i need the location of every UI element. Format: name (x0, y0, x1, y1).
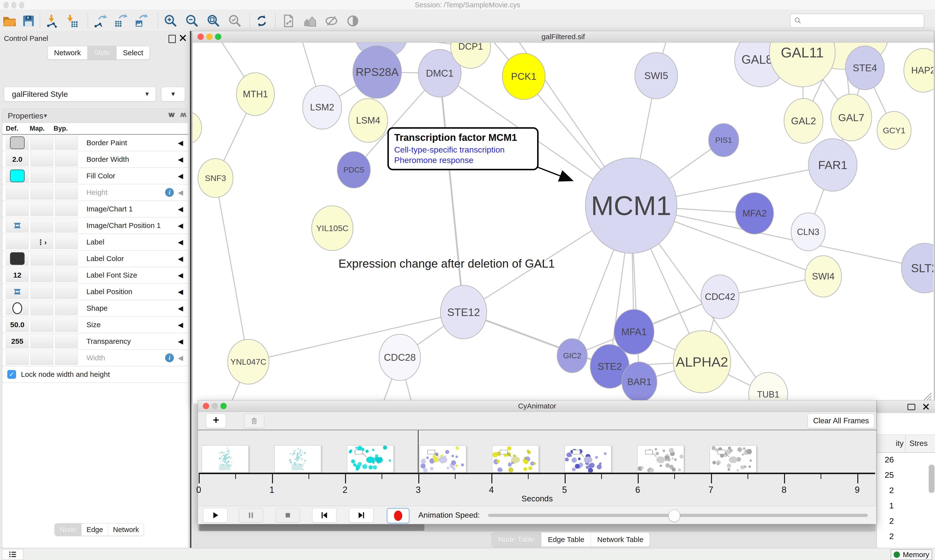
caption-text[interactable]: Expression change after deletion of GAL1 (338, 257, 555, 270)
property-row-label-position[interactable]: Label Position◀ (2, 284, 188, 300)
animation-speed-slider[interactable] (488, 514, 868, 517)
property-cell[interactable] (55, 202, 78, 216)
property-cell[interactable] (31, 301, 53, 315)
maximize-window-icon[interactable] (19, 2, 24, 9)
property-cell[interactable] (55, 334, 78, 348)
float-panel-icon[interactable] (168, 35, 176, 43)
show-details-button[interactable] (345, 13, 361, 29)
expand-row-icon[interactable]: ◀ (178, 337, 183, 345)
property-row-label[interactable]: ⋮›Label◀ (2, 234, 188, 251)
style-dropdown[interactable]: galFiltered Style ▾ (4, 87, 156, 102)
expand-row-icon[interactable]: ◀ (178, 189, 183, 197)
node-LSM2[interactable]: LSM2 (302, 85, 342, 129)
skip-start-button[interactable] (312, 508, 336, 523)
node-MFA2[interactable]: MFA2 (736, 193, 774, 234)
node-PDC5[interactable]: PDC5 (337, 152, 370, 188)
frame-thumbnail-2[interactable] (347, 445, 394, 473)
property-cell[interactable] (6, 218, 29, 232)
export-image-button[interactable] (133, 13, 149, 29)
task-history-button[interactable] (2, 549, 23, 560)
tab-style[interactable]: Style (87, 46, 117, 59)
minimize-window-icon[interactable] (11, 2, 17, 9)
save-session-button[interactable] (20, 13, 37, 29)
hide-details-button[interactable] (323, 13, 339, 29)
annotation-link-1[interactable]: Cell-type-specific transcription (394, 145, 532, 154)
scrollbar-thumb[interactable] (199, 524, 424, 531)
property-cell[interactable] (31, 169, 53, 183)
node-CDC42[interactable]: CDC42 (701, 275, 739, 319)
property-cell[interactable] (55, 285, 78, 299)
property-row-border-width[interactable]: 2.0Border Width◀ (2, 151, 188, 168)
property-row-image-chart-1[interactable]: Image/Chart 1◀ (2, 201, 188, 217)
property-row-label-font-size[interactable]: 12Label Font Size◀ (2, 267, 188, 284)
property-cell[interactable] (55, 152, 78, 166)
memory-button[interactable]: Memory (891, 549, 932, 560)
cyanimator-titlebar[interactable]: CyAnimator (198, 400, 876, 412)
frame-thumbnail-6[interactable] (637, 445, 684, 473)
tab-node-style[interactable]: Node (55, 523, 82, 536)
node-SLT2[interactable]: SLT2 (901, 243, 933, 293)
property-cell[interactable]: 50.0 (6, 318, 29, 332)
property-cell[interactable] (6, 202, 29, 216)
timeline-playhead[interactable] (418, 430, 418, 474)
zoom-fit-button[interactable] (205, 13, 222, 29)
node-GCY1[interactable]: GCY1 (877, 111, 911, 149)
open-session-button[interactable] (2, 13, 17, 29)
expand-row-icon[interactable]: ◀ (178, 205, 183, 213)
play-button[interactable] (203, 508, 227, 523)
refresh-view-button[interactable] (254, 13, 270, 29)
node-GAL2[interactable]: GAL2 (784, 98, 823, 143)
node-BAR1[interactable]: BAR1 (622, 362, 657, 402)
cyanimator-timeline[interactable]: 0123456789 Seconds (198, 430, 876, 506)
edge-SNF3-YNL047C[interactable] (216, 178, 248, 362)
node-YNL047C[interactable]: YNL047C (228, 339, 269, 384)
expand-row-icon[interactable]: ◀ (178, 271, 183, 279)
node-HAP2[interactable]: HAP2 (904, 48, 933, 92)
expand-all-icon[interactable]: ∨∨ (167, 110, 173, 119)
frame-thumbnail-1[interactable] (275, 445, 321, 473)
results-scrollbar[interactable] (929, 465, 935, 493)
delete-frame-button[interactable] (244, 414, 264, 428)
lock-size-checkbox[interactable]: ✓ (7, 370, 16, 379)
info-icon[interactable]: i (165, 354, 174, 362)
expand-row-icon[interactable]: ◀ (178, 155, 183, 163)
tab-edge-style[interactable]: Edge (82, 523, 108, 536)
expand-row-icon[interactable]: ◀ (178, 288, 183, 296)
property-cell[interactable] (31, 318, 53, 332)
column-stress[interactable]: Stres (906, 435, 935, 452)
property-cell[interactable] (6, 136, 29, 150)
property-cell[interactable] (6, 169, 29, 183)
skip-end-button[interactable] (349, 508, 373, 523)
property-cell[interactable] (6, 301, 29, 315)
maximize-window-icon[interactable] (215, 34, 221, 40)
minimize-window-icon[interactable] (211, 403, 218, 409)
property-cell[interactable]: ⋮› (31, 235, 53, 249)
property-cell[interactable] (55, 351, 78, 365)
property-row-transparency[interactable]: 255Transparency◀ (2, 333, 188, 350)
property-cell[interactable] (55, 218, 78, 232)
expand-row-icon[interactable]: ◀ (178, 304, 183, 312)
node-MTH1[interactable]: MTH1 (236, 73, 275, 115)
export-network-button[interactable] (92, 13, 108, 29)
node-SNF3[interactable]: SNF3 (198, 158, 233, 197)
property-cell[interactable] (6, 285, 29, 299)
tab-network-table[interactable]: Network Table (591, 532, 650, 547)
node-GAL7[interactable]: GAL7 (831, 94, 872, 141)
node-STE12[interactable]: STE12 (440, 285, 487, 339)
node-GIC2[interactable]: GIC2 (557, 338, 587, 373)
property-cell[interactable] (31, 202, 53, 216)
node-CDC28[interactable]: CDC28 (379, 334, 421, 380)
expand-row-icon[interactable]: ◀ (178, 172, 183, 180)
property-cell[interactable] (55, 235, 78, 249)
node-YIL105C[interactable]: YIL105C (312, 206, 353, 251)
zoom-selected-button[interactable] (227, 13, 243, 29)
property-cell[interactable]: 255 (6, 334, 29, 348)
results-table-header[interactable]: ity Stres (877, 434, 935, 453)
property-row-fill-color[interactable]: Fill Color◀ (2, 168, 188, 185)
tab-select[interactable]: Select (117, 46, 150, 59)
node-ALPHA2[interactable]: ALPHA2 (673, 331, 731, 393)
pause-button[interactable] (239, 508, 263, 523)
annotation-link-2[interactable]: Pheromone response (394, 155, 532, 165)
property-row-image-chart-position-1[interactable]: Image/Chart Position 1◀ (2, 217, 188, 234)
property-cell[interactable]: 12 (6, 268, 29, 282)
